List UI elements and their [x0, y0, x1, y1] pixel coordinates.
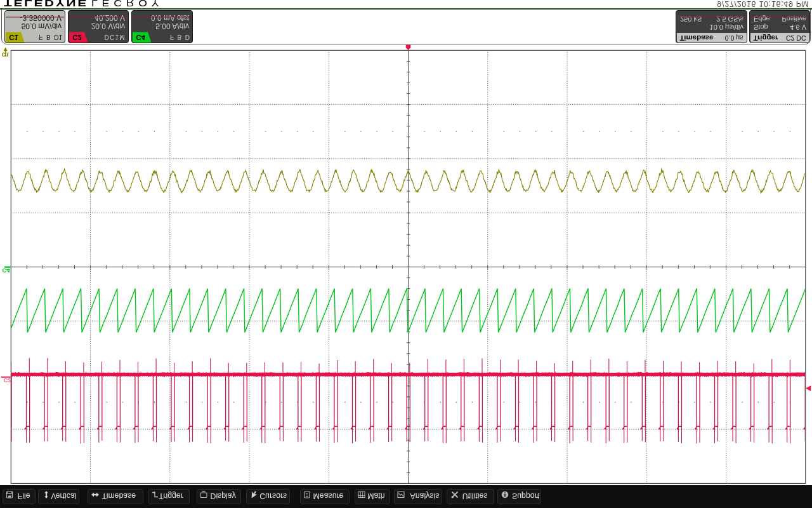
- svg-text:C2: C2: [4, 377, 11, 384]
- svg-text:C4: C4: [3, 267, 11, 274]
